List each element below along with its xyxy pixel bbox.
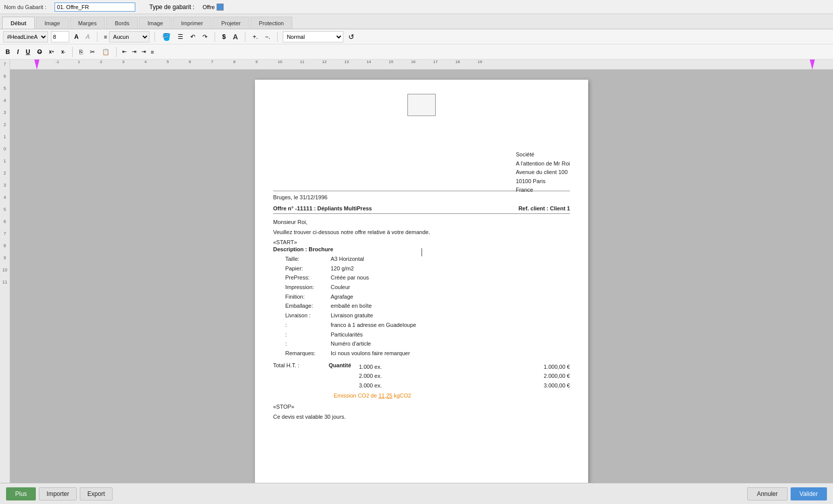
paste-btn[interactable]: 📋: [99, 46, 112, 58]
fmt-sep2: [116, 47, 117, 57]
font-size-input[interactable]: [51, 31, 69, 42]
detail-row-livraison: Livraison : Livraison gratuite: [285, 311, 570, 320]
plus-dot-btn[interactable]: +.: [250, 31, 259, 42]
ruler-tick-9: 9: [255, 60, 257, 64]
ruler-mark-5: 5: [0, 86, 10, 98]
ruler-left: 7 6 5 4 3 2 1 0 1 2 3 4 5 6 7 8 9 10 11: [0, 60, 10, 483]
addr-attention: A l'attention de Mr Roi: [516, 159, 570, 169]
co2-highlight: 11,25: [379, 393, 393, 399]
export-button[interactable]: Export: [80, 487, 113, 500]
canvas-area[interactable]: -1 1 2 3 4 5 6 7 8 9 10 11 12 13 14 15 1…: [10, 60, 833, 483]
aucun-select[interactable]: Aucun: [109, 31, 149, 42]
copy-btn[interactable]: ⎘: [77, 46, 85, 58]
format-A-btn[interactable]: A: [231, 31, 240, 42]
plus-button[interactable]: Plus: [6, 487, 36, 500]
paint-bucket-btn[interactable]: 🪣: [160, 31, 173, 42]
redo-btn[interactable]: ↷: [200, 31, 210, 42]
doc-wrapper: Société A l'attention de Mr Roi Avenue d…: [10, 70, 833, 483]
type-value: Offre: [202, 4, 224, 11]
type-label: Type de gabarit :: [149, 4, 194, 11]
ruler-mark-p2: 2: [0, 171, 10, 183]
quantite-label: Quantité: [329, 362, 359, 368]
italic-btn[interactable]: I: [15, 46, 21, 58]
font-italic-toolbar-btn[interactable]: A: [84, 31, 92, 42]
subscript-btn[interactable]: x-: [59, 46, 68, 58]
importer-button[interactable]: Importer: [39, 487, 77, 500]
detail-row-prepress: PrePress: Créée par nous: [285, 273, 570, 283]
addr-societe: Société: [516, 150, 570, 159]
ruler-tick-17: 17: [433, 60, 438, 64]
tab-image2[interactable]: Image: [139, 17, 172, 29]
type-text: Offre: [202, 4, 215, 10]
nom-label: Nom du Gabarit :: [4, 4, 46, 10]
offer-title-left: Offre n° -11111 : Dépliants MultiPress: [273, 205, 372, 211]
ruler-tick-16: 16: [411, 60, 415, 64]
text-align-left-btn[interactable]: ⇤: [121, 48, 128, 55]
doc-page[interactable]: Société A l'attention de Mr Roi Avenue d…: [255, 80, 588, 483]
ruler-mark-0: 0: [0, 146, 10, 158]
superscript-btn[interactable]: x+: [46, 46, 57, 58]
valider-button[interactable]: Valider: [791, 487, 827, 500]
fmt-sep1: [72, 47, 73, 57]
price-1: 1.000,00 €: [525, 362, 570, 372]
detail-label-papier: Papier:: [285, 264, 331, 273]
ruler-tick-4: 4: [144, 60, 146, 64]
tab-marges[interactable]: Marges: [70, 17, 106, 29]
style-select[interactable]: Normal: [283, 31, 343, 42]
nom-input[interactable]: [55, 3, 135, 12]
tab-protection[interactable]: Protection: [250, 17, 293, 29]
detail-value-impression: Couleur: [331, 283, 350, 292]
total-ht-label: Total H.T. :: [273, 362, 329, 368]
tab-debut[interactable]: Début: [2, 17, 35, 29]
text-align-center-btn[interactable]: ⇥: [130, 48, 138, 55]
list-btn[interactable]: ☰: [176, 31, 185, 42]
detail-value-particularites: Particularités: [331, 330, 363, 340]
logo-box: [407, 94, 436, 116]
font-name-select[interactable]: #HeadLineA: [3, 31, 48, 42]
ruler-tick-11: 11: [300, 60, 304, 64]
detail-value-papier: 120 g/m2: [331, 264, 354, 273]
detail-value-franco: franco à 1 adresse en Guadeloupe: [331, 320, 416, 330]
addr-city: 10100 Paris: [516, 177, 570, 186]
strikeout-btn[interactable]: O: [35, 46, 44, 58]
intro-text: Veuillez trouver ci-dessous notre offre …: [273, 229, 570, 235]
text-align-right-btn[interactable]: ⇥: [140, 48, 147, 55]
totals-section: Total H.T. : Quantité 1.000 ex. 2.000 ex…: [273, 362, 570, 390]
detail-row-franco: : franco à 1 adresse en Guadeloupe: [285, 320, 570, 330]
annuler-button[interactable]: Annuler: [747, 487, 787, 500]
refresh-btn[interactable]: ↺: [346, 32, 356, 42]
tab-imprimer[interactable]: Imprimer: [173, 17, 212, 29]
type-checkbox[interactable]: [217, 4, 224, 11]
ruler-mark-p10: 10: [0, 267, 10, 279]
ruler-tick-14: 14: [367, 60, 371, 64]
text-align-justify-btn[interactable]: ≡: [149, 48, 155, 55]
ruler-tick-10: 10: [278, 60, 282, 64]
detail-value-numero: Numéro d'article: [331, 339, 371, 349]
price-values: 1.000,00 € 2.000,00 € 3.000,00 €: [525, 362, 570, 390]
dollar-btn[interactable]: $: [220, 31, 228, 42]
detail-row-particularites: : Particularités: [285, 330, 570, 340]
main-area: 7 6 5 4 3 2 1 0 1 2 3 4 5 6 7 8 9 10 11 …: [0, 60, 833, 483]
detail-label-particularites: :: [285, 330, 331, 340]
minus-dot-btn[interactable]: −.: [263, 31, 272, 42]
bold-btn[interactable]: B: [3, 46, 13, 58]
cut-btn[interactable]: ✂: [87, 46, 97, 58]
ref-client: Ref. client : Client 1: [518, 205, 570, 211]
detail-label-prepress: PrePress:: [285, 273, 331, 283]
underline-btn[interactable]: U: [23, 46, 33, 58]
tab-image[interactable]: Image: [36, 17, 69, 29]
tab-bords[interactable]: Bords: [106, 17, 138, 29]
footer-text: Ce devis est valable 30 jours.: [273, 414, 570, 420]
align-left-btn[interactable]: ≡: [102, 31, 109, 42]
ruler-mark-p3: 3: [0, 183, 10, 195]
undo-btn[interactable]: ↶: [188, 31, 197, 42]
ruler-mark-p8: 8: [0, 243, 10, 255]
font-bold-toolbar-btn[interactable]: A: [72, 31, 81, 42]
detail-label-remarques: Remarques:: [285, 349, 331, 358]
tab-projeter[interactable]: Projeter: [213, 17, 249, 29]
ruler-mark-p6: 6: [0, 219, 10, 231]
align-icons: ≡ Aucun: [102, 31, 149, 42]
top-bar: Nom du Gabarit : Type de gabarit : Offre: [0, 0, 833, 14]
detail-row-taille: Taille: A3 Horizontal: [285, 254, 570, 264]
sep3: [215, 32, 215, 42]
